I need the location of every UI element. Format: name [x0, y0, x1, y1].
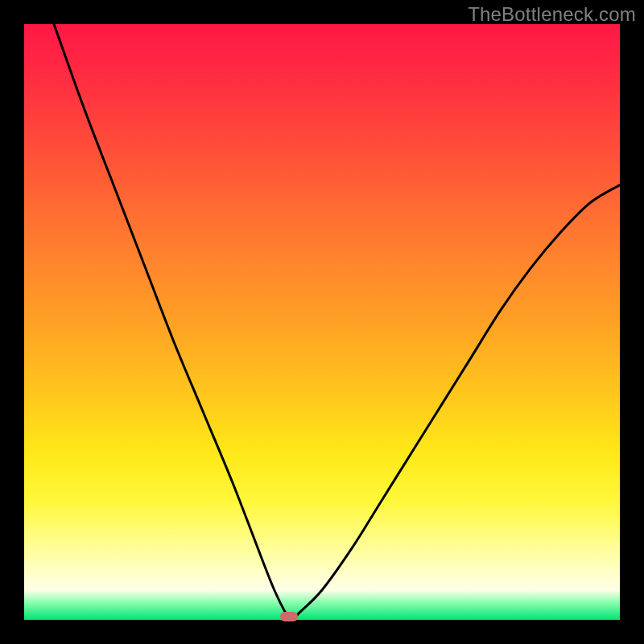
plot-area: [24, 24, 620, 620]
bottleneck-curve: [24, 24, 620, 620]
optimal-marker: [280, 612, 298, 621]
watermark-text: TheBottleneck.com: [468, 3, 636, 26]
curve-path: [54, 24, 620, 620]
chart-container: TheBottleneck.com: [0, 0, 644, 644]
